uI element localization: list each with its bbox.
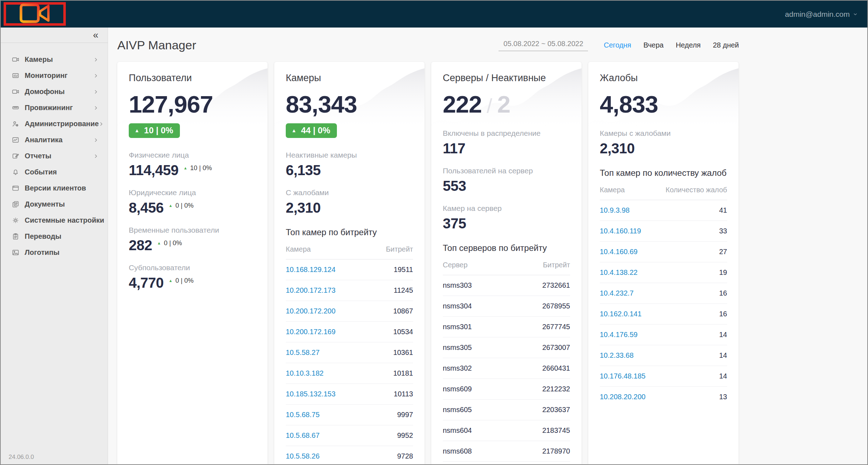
server-name: nsms605: [443, 406, 472, 414]
tab-28-days[interactable]: 28 дней: [713, 41, 739, 49]
tab-yesterday[interactable]: Вчера: [643, 41, 663, 49]
bitrate-value: 10361: [393, 348, 413, 357]
tab-week[interactable]: Неделя: [676, 41, 701, 49]
camera-icon: [11, 56, 19, 64]
server-name: nsms302: [443, 364, 472, 372]
metric-value: 8,456: [129, 200, 164, 215]
camera-ip-link[interactable]: 10.200.172.169: [286, 328, 335, 336]
table-row: 10.200.172.200 10867: [286, 301, 413, 322]
table-row: 10.185.132.153 10113: [286, 384, 413, 405]
metric: Неактивные камеры 6,135: [286, 151, 413, 178]
sidebar-item-label: Администрирование: [25, 120, 99, 128]
sidebar-item-translations[interactable]: Переводы: [1, 228, 108, 244]
complaints-count: 16: [719, 289, 727, 297]
camera-ip-link[interactable]: 10.4.160.69: [600, 248, 638, 256]
camera-ip-link[interactable]: 10.168.129.124: [286, 266, 335, 274]
table-row: nsms303 2732661: [443, 275, 570, 296]
table-row: 10.176.48.185 14: [600, 366, 727, 387]
edit-icon: [11, 152, 19, 160]
camera-ip-link[interactable]: 10.4.138.22: [600, 268, 638, 277]
sidebar-item-label: События: [25, 168, 57, 176]
top-cameras-bitrate-table: 10.168.129.124 19511 10.200.172.173 1124…: [286, 259, 413, 465]
sidebar-item-events[interactable]: События: [1, 164, 108, 180]
sidebar-item-reports[interactable]: Отчеты: [1, 148, 108, 164]
camera-ip-link[interactable]: 10.185.132.153: [286, 390, 335, 398]
camera-ip-link[interactable]: 10.162.0.141: [600, 310, 642, 318]
camera-ip-link[interactable]: 10.10.3.182: [286, 369, 324, 377]
bitrate-value: 2678955: [542, 302, 570, 310]
sidebar-item-documents[interactable]: Документы: [1, 196, 108, 212]
metric: Субпользователи 4,770 ▲ 0 | 0%: [129, 263, 256, 290]
camera-ip-link[interactable]: 10.208.20.200: [600, 393, 646, 401]
sidebar-item-client-versions[interactable]: Версии клиентов: [1, 180, 108, 196]
camera-ip-link[interactable]: 10.5.58.27: [286, 348, 320, 357]
server-name: nsms303: [443, 281, 472, 290]
sidebar-item-label: Камеры: [25, 55, 53, 64]
card-title: Серверы / Неактивные: [443, 73, 570, 84]
complaints-count: 14: [719, 351, 727, 360]
topbar: admin@admin.com: [1, 1, 867, 28]
app-logo[interactable]: [4, 2, 66, 26]
table-title: Топ серверов по битрейту: [443, 243, 570, 253]
bitrate-value: 2677745: [542, 323, 570, 331]
metric: Физические лица 114,459 ▲ 10 | 0%: [129, 151, 256, 178]
camera-ip-link[interactable]: 10.4.160.119: [600, 227, 641, 235]
sidebar-item-administration[interactable]: Администрирование: [1, 116, 108, 132]
camera-ip-link[interactable]: 10.5.68.67: [286, 431, 320, 440]
sidebar-item-label: Мониторинг: [25, 71, 68, 80]
metric-value: 2,310: [600, 141, 635, 156]
table-row: 10.168.129.124 19511: [286, 259, 413, 280]
table-row: nsms604 2183745: [443, 420, 570, 441]
metric: Пользователей на сервер 553: [443, 167, 570, 193]
camera-ip-link[interactable]: 10.5.58.26: [286, 452, 320, 460]
sidebar-item-intercoms[interactable]: Домофоны: [1, 84, 108, 100]
metric-label: С жалобами: [286, 188, 413, 197]
camera-ip-link[interactable]: 10.4.176.59: [600, 331, 638, 339]
table-row: nsms609 2212232: [443, 379, 570, 400]
users-metrics: Физические лица 114,459 ▲ 10 | 0%: [129, 151, 256, 290]
server-name: nsms304: [443, 302, 472, 310]
sidebar-item-cameras[interactable]: Камеры: [1, 51, 108, 68]
period-tabs: Сегодня Вчера Неделя 28 дней: [604, 41, 739, 49]
server-name: nsms609: [443, 385, 472, 393]
tab-today[interactable]: Сегодня: [604, 41, 631, 49]
users-total: 127,967: [129, 92, 213, 116]
camera-ip-link[interactable]: 10.2.33.68: [600, 351, 634, 360]
camera-ip-link[interactable]: 10.4.232.7: [600, 289, 634, 297]
metric: Включены в распределение 117: [443, 129, 570, 156]
sidebar-item-provisioning[interactable]: Провижининг: [1, 100, 108, 116]
user-email: admin@admin.com: [785, 10, 850, 19]
metric: Юридические лица 8,456 ▲ 0 | 0%: [129, 188, 256, 215]
page-header: AIVP Manager Сегодня Вчера Неделя 28 дне…: [117, 38, 739, 52]
metric-value: 117: [443, 141, 465, 156]
metric: С жалобами 2,310: [286, 188, 413, 215]
gear-icon: [11, 217, 19, 224]
camera-ip-link[interactable]: 10.9.3.98: [600, 206, 629, 214]
camera-ip-link[interactable]: 10.200.172.200: [286, 307, 335, 315]
dashboard-cards: Пользователи 127,967 ▲ 10 | 0% Физически…: [117, 62, 739, 465]
sidebar-menu: Камеры Мониторинг Домофоны Провижининг А…: [1, 43, 108, 261]
line-chart-icon: [11, 136, 19, 144]
card-title: Жалобы: [600, 73, 727, 84]
table-row: 10.4.160.119 33: [600, 221, 727, 242]
bitrate-value: 10181: [393, 369, 413, 377]
sidebar-item-monitoring[interactable]: Мониторинг: [1, 68, 108, 84]
sidebar-item-analytics[interactable]: Аналитика: [1, 132, 108, 148]
card-title: Пользователи: [129, 73, 256, 84]
sidebar-item-label: Провижининг: [25, 104, 73, 112]
sidebar-item-logos[interactable]: Логотипы: [1, 244, 108, 261]
sidebar-item-system-settings[interactable]: Системные настройки: [1, 212, 108, 228]
header-controls: Сегодня Вчера Неделя 28 дней: [499, 40, 739, 51]
camera-ip-link[interactable]: 10.5.68.75: [286, 411, 320, 419]
sidebar-collapse-button[interactable]: «: [93, 30, 98, 40]
table-row: 10.5.68.67 9952: [286, 425, 413, 446]
server-icon: [11, 104, 19, 112]
date-range-input[interactable]: [499, 40, 588, 51]
window-icon: [11, 184, 19, 192]
table-row: nsms304 2678955: [443, 296, 570, 317]
camera-ip-link[interactable]: 10.200.172.173: [286, 286, 335, 295]
camera-ip-link[interactable]: 10.176.48.185: [600, 372, 646, 380]
metric-value: 4,770: [129, 275, 164, 290]
user-menu[interactable]: admin@admin.com: [785, 1, 858, 28]
cameras-total: 83,343: [286, 92, 357, 116]
